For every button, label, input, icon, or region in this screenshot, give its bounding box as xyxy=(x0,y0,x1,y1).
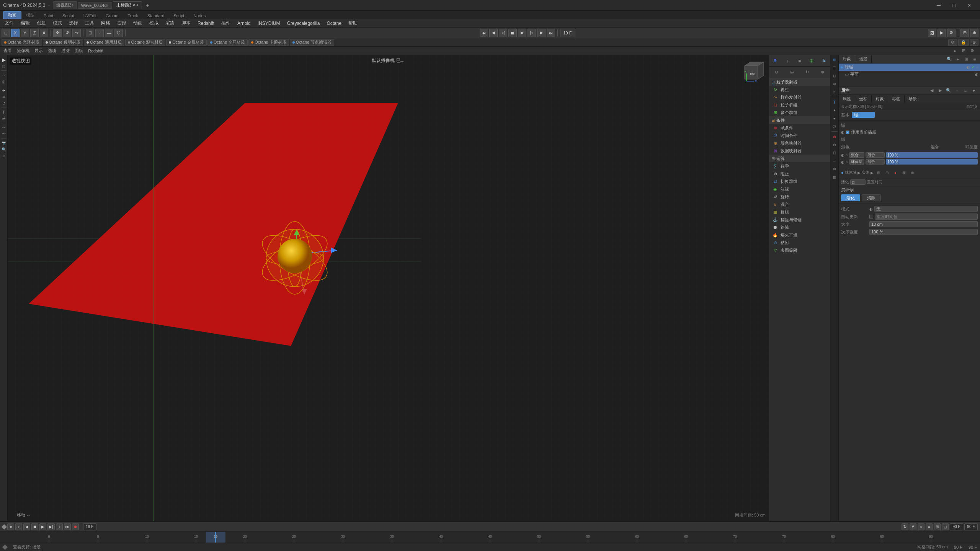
blend-row-1[interactable]: ◐ ○ 混合 混合 100 % xyxy=(841,152,978,158)
base-value[interactable]: 域 xyxy=(852,112,875,118)
attr-nav-fwd[interactable]: ▶ xyxy=(936,87,944,95)
tb-render-view[interactable]: 🖼 xyxy=(928,29,936,37)
attr-search[interactable]: 🔍 xyxy=(945,87,952,95)
fr-icon2[interactable]: ☰ xyxy=(831,64,838,72)
tab-nodes[interactable]: Nodes xyxy=(189,13,210,19)
tab-paint[interactable]: Paint xyxy=(39,13,58,19)
menu-grey[interactable]: Greyscalegorilla xyxy=(284,20,323,27)
sim-row-blend[interactable]: ⊎ 混合 xyxy=(769,201,830,208)
menu-arnold[interactable]: Arnold xyxy=(234,20,254,27)
obj-add[interactable]: + xyxy=(954,55,962,63)
ls-zoom[interactable]: 🔍 xyxy=(1,146,7,152)
new-tab-btn[interactable]: + xyxy=(143,2,152,9)
menu-sim[interactable]: 模拟 xyxy=(146,19,162,27)
fr-grid[interactable]: ▦ xyxy=(831,173,838,181)
octane-toon[interactable]: Octane 卡通材质 xyxy=(248,39,289,46)
vp-redshift[interactable]: Redshift xyxy=(86,48,105,54)
tl-extra2[interactable]: ⊞ xyxy=(934,523,941,530)
octane-mix[interactable]: Octane 混合材质 xyxy=(125,39,166,46)
use-current-checkbox[interactable]: ✓ xyxy=(846,130,849,134)
tl-loop[interactable]: ↻ xyxy=(902,523,908,530)
octane-viewport-icon[interactable]: ⊕ xyxy=(970,39,978,46)
tb-grid[interactable]: ⊞ xyxy=(960,29,969,37)
autoupdate-value[interactable]: 重置时间值 xyxy=(875,214,978,220)
fr-hex[interactable]: ⬡ xyxy=(831,122,838,130)
attr-add[interactable]: + xyxy=(953,87,961,95)
sim-row-time[interactable]: ⏱ 时间条件 xyxy=(769,132,830,139)
ls-brush[interactable]: ○ xyxy=(1,72,7,78)
sim-icon-vortex[interactable]: ↻ xyxy=(803,68,811,76)
menu-mode[interactable]: 模式 xyxy=(50,19,65,27)
ls-move[interactable]: ✛ xyxy=(1,87,7,93)
vp-icon1[interactable]: ● xyxy=(951,47,959,55)
fr-icon5[interactable]: ≡ xyxy=(831,88,838,96)
tb-y[interactable]: Y xyxy=(21,29,29,37)
tl-extra3[interactable]: ◻ xyxy=(942,523,949,530)
attr-down[interactable]: ▼ xyxy=(970,87,978,95)
tl-rot[interactable]: ○ xyxy=(918,523,924,530)
tl-next-frame[interactable]: ▶| xyxy=(47,523,55,530)
blend-value2[interactable]: 100 % xyxy=(886,159,978,165)
sim-row-stop[interactable]: ⊗ 阻止 xyxy=(769,170,830,178)
tb-stop[interactable]: ⏹ xyxy=(508,29,517,37)
octane-metal[interactable]: Octane 金属材质 xyxy=(166,39,207,46)
tb-edge-mode[interactable]: — xyxy=(105,29,113,37)
sim-icon-friction[interactable]: ≈ xyxy=(795,57,803,65)
tab-sculpt[interactable]: Sculpt xyxy=(58,13,79,19)
domain-i4[interactable]: ⊠ xyxy=(900,169,908,176)
attr-tab-coord[interactable]: 坐标 xyxy=(855,95,872,103)
tb-snap[interactable]: ⊕ xyxy=(970,29,978,37)
tl-end-frame2[interactable]: 90 F xyxy=(964,523,978,530)
blend-mode1[interactable]: 混合 xyxy=(866,152,885,158)
fr-icon4[interactable]: ⊕ xyxy=(831,80,838,88)
attr-tab-obj2[interactable]: 对象 xyxy=(872,95,888,103)
sim-icon-domain[interactable]: ◎ xyxy=(808,57,815,65)
menu-insydium[interactable]: INSYDIUM xyxy=(255,20,283,27)
tb-prev-frame[interactable]: ◀ xyxy=(489,29,498,37)
vp-icon3[interactable]: ⚙ xyxy=(969,47,976,55)
tab-uvedit[interactable]: UVEdit xyxy=(79,13,101,19)
obj-group[interactable]: ⊞ xyxy=(962,55,970,63)
blend-value1[interactable]: 100 % xyxy=(886,152,978,158)
fr-icon3[interactable]: ⊟ xyxy=(831,72,838,80)
ls-mirror[interactable]: ⇌ xyxy=(1,116,7,122)
vp-panel[interactable]: 面板 xyxy=(73,47,85,54)
mode-value[interactable]: 无 xyxy=(874,206,978,212)
tb-render[interactable]: ▶ xyxy=(938,29,946,37)
tl-goto-start[interactable]: ⏮ xyxy=(7,523,14,530)
vp-camera[interactable]: 摄像机 xyxy=(15,47,31,54)
sim-row-group2[interactable]: ▦ 群组 xyxy=(769,208,830,216)
menu-help[interactable]: 帮助 xyxy=(345,19,361,27)
tl-stop[interactable]: ⏹ xyxy=(31,523,38,530)
tl-prev-frame[interactable]: ◀ xyxy=(23,523,30,530)
file-tab2[interactable]: Wave_00.c4d↑ xyxy=(78,2,112,9)
minimize-btn[interactable]: ─ xyxy=(931,0,946,11)
tb-scale[interactable]: ⇔ xyxy=(72,29,81,37)
sim-row-barrier[interactable]: ⬢ 路障 xyxy=(769,223,830,231)
menu-anim[interactable]: 动画 xyxy=(130,19,145,27)
menu-select[interactable]: 选择 xyxy=(66,19,81,27)
obj-item-plane[interactable]: ▭ 平面 ◐ xyxy=(839,71,980,78)
obj-check2[interactable]: ○ xyxy=(976,65,978,69)
tab-animation[interactable]: 动画 xyxy=(3,11,21,19)
obj-item-sphere[interactable]: ● 球域 ◐ ✓ ○ xyxy=(839,64,980,71)
octane-transparent[interactable]: Octane 透明材质 xyxy=(43,39,83,46)
tl-extra1[interactable]: ≡ xyxy=(926,523,933,530)
tl-frame-display[interactable]: 19 F xyxy=(83,523,96,530)
sim-row-switchgroup[interactable]: ⇄ 切换群组 xyxy=(769,178,830,185)
obj-tab-scene[interactable]: 场景 xyxy=(855,55,872,63)
attr-menu[interactable]: ≡ xyxy=(962,87,969,95)
ls-camera[interactable]: 📷 xyxy=(1,140,7,146)
nav-cube[interactable]: Top X Y xyxy=(739,58,766,85)
tl-next-kf[interactable]: ▷ xyxy=(56,523,63,530)
sim-row-group[interactable]: ⊟ 粒子群组 xyxy=(769,101,830,109)
sim-row-math[interactable]: ∑ 数学 xyxy=(769,162,830,170)
tab-groom[interactable]: Groom xyxy=(101,13,123,19)
kf-diamond[interactable] xyxy=(2,524,7,529)
attr-tab-scene2[interactable]: 场景 xyxy=(905,95,921,103)
ls-scale[interactable]: ⇔ xyxy=(1,94,7,100)
menu-tools[interactable]: 工具 xyxy=(82,19,97,27)
tb-goto-start[interactable]: ⏮ xyxy=(480,29,488,37)
tab-track[interactable]: Track xyxy=(123,13,143,19)
sim-row-datamap[interactable]: ⊠ 数据映射器 xyxy=(769,147,830,155)
